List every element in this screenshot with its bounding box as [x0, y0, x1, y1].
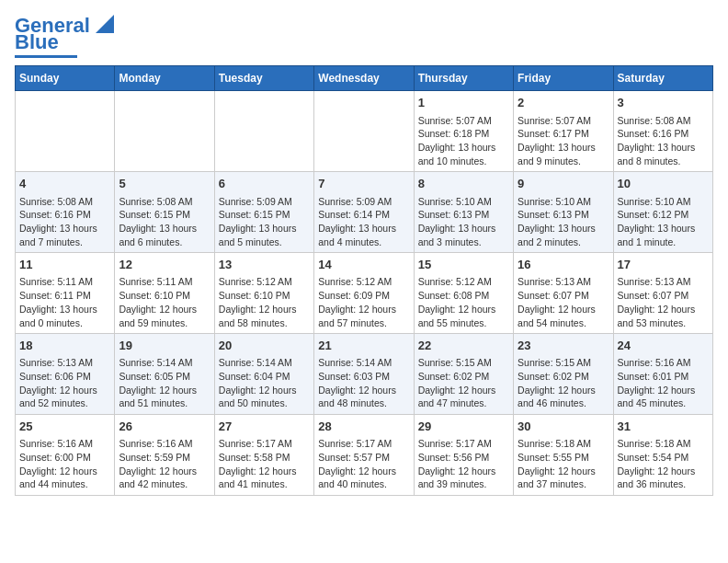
calendar-cell: 14Sunrise: 5:12 AM Sunset: 6:09 PM Dayli…	[314, 253, 414, 334]
day-number: 28	[318, 419, 409, 435]
day-info: Sunrise: 5:12 AM Sunset: 6:08 PM Dayligh…	[418, 275, 509, 329]
day-number: 25	[19, 419, 110, 435]
day-info: Sunrise: 5:08 AM Sunset: 6:16 PM Dayligh…	[19, 195, 110, 249]
day-number: 11	[19, 257, 110, 273]
calendar-cell: 13Sunrise: 5:12 AM Sunset: 6:10 PM Dayli…	[214, 253, 313, 334]
week-row-1: 1Sunrise: 5:07 AM Sunset: 6:18 PM Daylig…	[16, 91, 713, 172]
day-info: Sunrise: 5:15 AM Sunset: 6:02 PM Dayligh…	[518, 356, 609, 410]
day-info: Sunrise: 5:17 AM Sunset: 5:57 PM Dayligh…	[318, 437, 409, 491]
week-row-2: 4Sunrise: 5:08 AM Sunset: 6:16 PM Daylig…	[16, 172, 713, 253]
day-number: 31	[618, 419, 709, 435]
day-info: Sunrise: 5:15 AM Sunset: 6:02 PM Dayligh…	[418, 356, 509, 410]
calendar-cell: 23Sunrise: 5:15 AM Sunset: 6:02 PM Dayli…	[514, 334, 613, 415]
day-info: Sunrise: 5:17 AM Sunset: 5:56 PM Dayligh…	[418, 437, 509, 491]
day-number: 10	[618, 176, 709, 192]
calendar-cell	[16, 91, 115, 172]
day-info: Sunrise: 5:18 AM Sunset: 5:55 PM Dayligh…	[518, 437, 609, 491]
day-number: 16	[518, 257, 609, 273]
day-info: Sunrise: 5:14 AM Sunset: 6:03 PM Dayligh…	[318, 356, 409, 410]
logo-blue-text: Blue	[15, 31, 59, 53]
calendar-cell: 9Sunrise: 5:10 AM Sunset: 6:13 PM Daylig…	[514, 172, 613, 253]
calendar-cell: 24Sunrise: 5:16 AM Sunset: 6:01 PM Dayli…	[613, 334, 712, 415]
day-number: 7	[318, 176, 409, 192]
calendar-cell: 6Sunrise: 5:09 AM Sunset: 6:15 PM Daylig…	[214, 172, 313, 253]
day-number: 13	[219, 257, 310, 273]
day-number: 30	[518, 419, 609, 435]
day-info: Sunrise: 5:16 AM Sunset: 6:00 PM Dayligh…	[19, 437, 110, 491]
day-info: Sunrise: 5:14 AM Sunset: 6:05 PM Dayligh…	[119, 356, 210, 410]
calendar-cell: 10Sunrise: 5:10 AM Sunset: 6:12 PM Dayli…	[613, 172, 712, 253]
calendar-cell: 5Sunrise: 5:08 AM Sunset: 6:15 PM Daylig…	[115, 172, 214, 253]
calendar-cell: 17Sunrise: 5:13 AM Sunset: 6:07 PM Dayli…	[613, 253, 712, 334]
calendar-cell: 16Sunrise: 5:13 AM Sunset: 6:07 PM Dayli…	[514, 253, 613, 334]
col-header-thursday: Thursday	[414, 66, 513, 91]
day-info: Sunrise: 5:16 AM Sunset: 5:59 PM Dayligh…	[119, 437, 210, 491]
day-info: Sunrise: 5:10 AM Sunset: 6:12 PM Dayligh…	[618, 195, 709, 249]
day-info: Sunrise: 5:12 AM Sunset: 6:10 PM Dayligh…	[219, 275, 310, 329]
col-header-tuesday: Tuesday	[214, 66, 313, 91]
day-number: 27	[219, 419, 310, 435]
calendar-cell: 27Sunrise: 5:17 AM Sunset: 5:58 PM Dayli…	[214, 415, 313, 496]
col-header-friday: Friday	[514, 66, 613, 91]
day-number: 12	[119, 257, 210, 273]
week-row-5: 25Sunrise: 5:16 AM Sunset: 6:00 PM Dayli…	[16, 415, 713, 496]
day-info: Sunrise: 5:10 AM Sunset: 6:13 PM Dayligh…	[418, 195, 509, 249]
day-info: Sunrise: 5:09 AM Sunset: 6:15 PM Dayligh…	[219, 195, 310, 249]
calendar-cell: 3Sunrise: 5:08 AM Sunset: 6:16 PM Daylig…	[613, 91, 712, 172]
day-info: Sunrise: 5:07 AM Sunset: 6:17 PM Dayligh…	[518, 114, 609, 168]
day-number: 24	[618, 338, 709, 354]
day-number: 19	[119, 338, 210, 354]
day-number: 2	[518, 95, 609, 111]
day-number: 6	[219, 176, 310, 192]
col-header-wednesday: Wednesday	[314, 66, 414, 91]
calendar-cell: 11Sunrise: 5:11 AM Sunset: 6:11 PM Dayli…	[16, 253, 115, 334]
day-info: Sunrise: 5:13 AM Sunset: 6:07 PM Dayligh…	[618, 275, 709, 329]
day-info: Sunrise: 5:11 AM Sunset: 6:11 PM Dayligh…	[19, 275, 110, 329]
calendar-cell	[214, 91, 313, 172]
day-info: Sunrise: 5:13 AM Sunset: 6:07 PM Dayligh…	[518, 275, 609, 329]
calendar-cell: 19Sunrise: 5:14 AM Sunset: 6:05 PM Dayli…	[115, 334, 214, 415]
day-number: 4	[19, 176, 110, 192]
week-row-4: 18Sunrise: 5:13 AM Sunset: 6:06 PM Dayli…	[16, 334, 713, 415]
day-number: 1	[418, 95, 509, 111]
logo-arrow-icon	[92, 11, 118, 37]
calendar-cell	[115, 91, 214, 172]
calendar-cell: 4Sunrise: 5:08 AM Sunset: 6:16 PM Daylig…	[16, 172, 115, 253]
day-info: Sunrise: 5:10 AM Sunset: 6:13 PM Dayligh…	[518, 195, 609, 249]
calendar-cell: 18Sunrise: 5:13 AM Sunset: 6:06 PM Dayli…	[16, 334, 115, 415]
calendar-cell: 8Sunrise: 5:10 AM Sunset: 6:13 PM Daylig…	[414, 172, 513, 253]
calendar-cell: 29Sunrise: 5:17 AM Sunset: 5:56 PM Dayli…	[414, 415, 513, 496]
calendar-cell: 21Sunrise: 5:14 AM Sunset: 6:03 PM Dayli…	[314, 334, 414, 415]
day-info: Sunrise: 5:09 AM Sunset: 6:14 PM Dayligh…	[318, 195, 409, 249]
col-header-sunday: Sunday	[16, 66, 115, 91]
day-number: 14	[318, 257, 409, 273]
logo-underline	[15, 55, 77, 58]
calendar-cell: 1Sunrise: 5:07 AM Sunset: 6:18 PM Daylig…	[414, 91, 513, 172]
day-info: Sunrise: 5:07 AM Sunset: 6:18 PM Dayligh…	[418, 114, 509, 168]
calendar-cell	[314, 91, 414, 172]
day-number: 20	[219, 338, 310, 354]
page-header: General Blue	[15, 15, 713, 58]
logo: General Blue	[15, 15, 118, 58]
day-info: Sunrise: 5:17 AM Sunset: 5:58 PM Dayligh…	[219, 437, 310, 491]
day-info: Sunrise: 5:14 AM Sunset: 6:04 PM Dayligh…	[219, 356, 310, 410]
day-number: 29	[418, 419, 509, 435]
day-info: Sunrise: 5:16 AM Sunset: 6:01 PM Dayligh…	[618, 356, 709, 410]
day-number: 18	[19, 338, 110, 354]
calendar-cell: 20Sunrise: 5:14 AM Sunset: 6:04 PM Dayli…	[214, 334, 313, 415]
day-number: 21	[318, 338, 409, 354]
day-number: 15	[418, 257, 509, 273]
calendar-table: SundayMondayTuesdayWednesdayThursdayFrid…	[15, 65, 713, 496]
calendar-cell: 28Sunrise: 5:17 AM Sunset: 5:57 PM Dayli…	[314, 415, 414, 496]
calendar-cell: 15Sunrise: 5:12 AM Sunset: 6:08 PM Dayli…	[414, 253, 513, 334]
day-number: 22	[418, 338, 509, 354]
calendar-cell: 7Sunrise: 5:09 AM Sunset: 6:14 PM Daylig…	[314, 172, 414, 253]
day-info: Sunrise: 5:08 AM Sunset: 6:16 PM Dayligh…	[618, 114, 709, 168]
calendar-cell: 26Sunrise: 5:16 AM Sunset: 5:59 PM Dayli…	[115, 415, 214, 496]
day-info: Sunrise: 5:18 AM Sunset: 5:54 PM Dayligh…	[618, 437, 709, 491]
day-info: Sunrise: 5:08 AM Sunset: 6:15 PM Dayligh…	[119, 195, 210, 249]
day-number: 26	[119, 419, 210, 435]
day-info: Sunrise: 5:11 AM Sunset: 6:10 PM Dayligh…	[119, 275, 210, 329]
svg-marker-0	[96, 15, 114, 33]
day-number: 9	[518, 176, 609, 192]
